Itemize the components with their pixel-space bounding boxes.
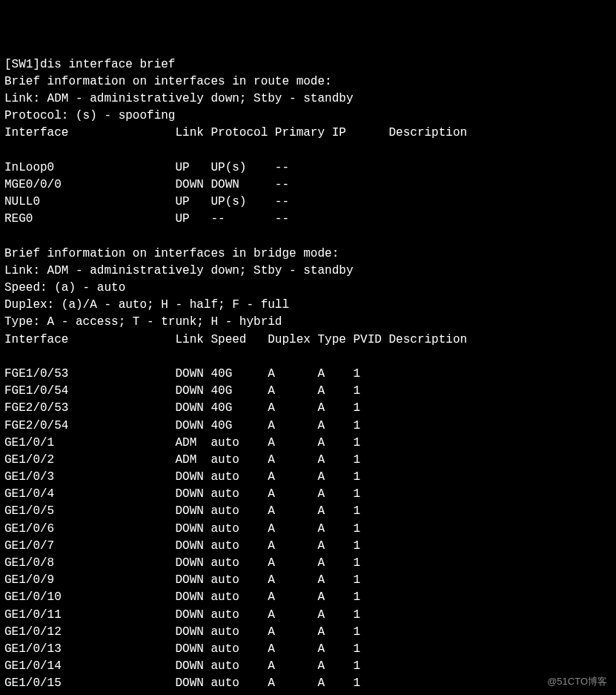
route-row-2: NULL0 UP UP(s) --: [4, 195, 388, 208]
bridge-row-9: GE1/0/6 DOWN auto A A 1: [4, 522, 388, 536]
route-legend-protocol: Protocol: (s) - spoofing: [4, 109, 175, 122]
bridge-row-16: GE1/0/13 DOWN auto A A 1: [4, 642, 388, 656]
bridge-row-2: FGE2/0/53 DOWN 40G A A 1: [4, 401, 388, 415]
bridge-row-8: GE1/0/5 DOWN auto A A 1: [4, 504, 388, 518]
bridge-row-0: FGE1/0/53 DOWN 40G A A 1: [4, 367, 388, 381]
bridge-row-14: GE1/0/11 DOWN auto A A 1: [4, 608, 388, 622]
bridge-row-10: GE1/0/7 DOWN auto A A 1: [4, 539, 388, 553]
watermark-text: @51CTO博客: [547, 675, 607, 689]
bridge-row-3: FGE2/0/54 DOWN 40G A A 1: [4, 419, 388, 432]
bridge-row-13: GE1/0/10 DOWN auto A A 1: [4, 590, 388, 604]
bridge-legend-link: Link: ADM - administratively down; Stby …: [4, 264, 353, 277]
terminal-output[interactable]: [SW1]dis interface brief Brief informati…: [4, 56, 612, 695]
bridge-row-18: GE1/0/15 DOWN auto A A 1: [4, 676, 388, 690]
prompt: [SW1]: [4, 58, 40, 71]
bridge-row-4: GE1/0/1 ADM auto A A 1: [4, 436, 388, 449]
bridge-row-15: GE1/0/12 DOWN auto A A 1: [4, 625, 388, 639]
bridge-row-1: FGE1/0/54 DOWN 40G A A 1: [4, 384, 388, 398]
bridge-row-6: GE1/0/3 DOWN auto A A 1: [4, 470, 388, 484]
bridge-legend-speed: Speed: (a) - auto: [4, 281, 125, 294]
route-row-1: MGE0/0/0 DOWN DOWN --: [4, 178, 388, 191]
bridge-row-12: GE1/0/9 DOWN auto A A 1: [4, 573, 388, 587]
route-legend-link: Link: ADM - administratively down; Stby …: [4, 92, 353, 105]
bridge-row-17: GE1/0/14 DOWN auto A A 1: [4, 659, 388, 673]
route-header-row: Interface Link Protocol Primary IP Descr…: [4, 126, 467, 139]
bridge-heading: Brief information on interfaces in bridg…: [4, 247, 339, 260]
bridge-header-row: Interface Link Speed Duplex Type PVID De…: [4, 333, 467, 346]
bridge-row-11: GE1/0/8 DOWN auto A A 1: [4, 556, 388, 570]
command-input[interactable]: dis interface brief: [40, 58, 175, 71]
bridge-row-7: GE1/0/4 DOWN auto A A 1: [4, 487, 388, 501]
route-row-3: REG0 UP -- --: [4, 212, 388, 225]
route-row-0: InLoop0 UP UP(s) --: [4, 161, 388, 174]
bridge-legend-type: Type: A - access; T - trunk; H - hybrid: [4, 315, 282, 329]
bridge-legend-duplex: Duplex: (a)/A - auto; H - half; F - full: [4, 298, 289, 312]
bridge-row-5: GE1/0/2 ADM auto A A 1: [4, 453, 388, 467]
route-heading: Brief information on interfaces in route…: [4, 75, 332, 88]
